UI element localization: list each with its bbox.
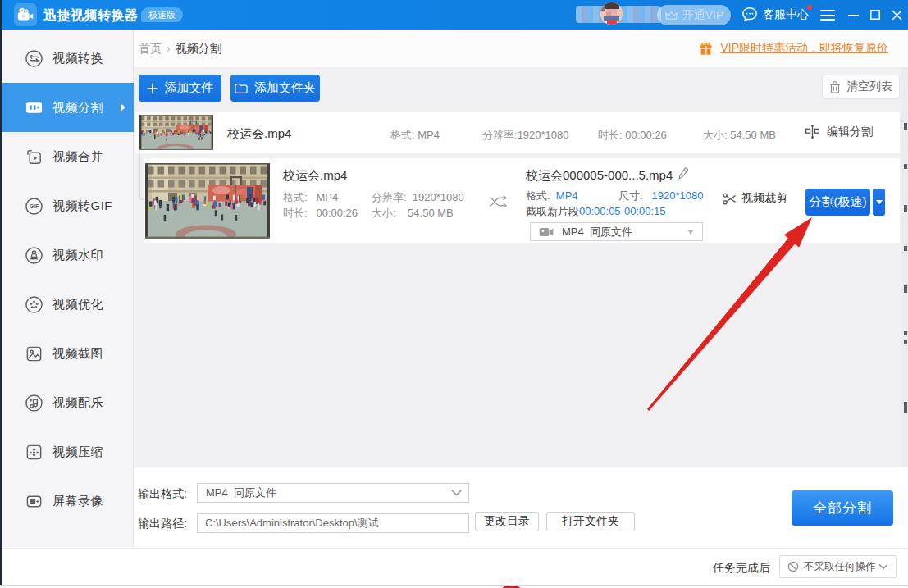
task-action-select[interactable]: 不采取任何操作 [779, 555, 897, 578]
menu-icon[interactable] [820, 10, 835, 21]
global-format-value: MP4 同原文件 [206, 485, 276, 500]
vip-promo-link[interactable]: VIP限时特惠活动，即将恢复原价 [699, 41, 888, 56]
add-file-button[interactable]: 添加文件 [139, 75, 221, 102]
music-icon [25, 394, 43, 413]
open-folder-button[interactable]: 打开文件夹 [546, 512, 635, 531]
source-file-name: 校运会.mp4 [283, 168, 347, 184]
sidebar-item-snapshot[interactable]: 视频截图 [2, 329, 134, 378]
edit-split-icon [805, 124, 819, 139]
sidebar-item-label: 视频水印 [52, 248, 103, 263]
size-label: 大小: [703, 129, 728, 141]
edit-split-button[interactable]: 编辑分割 [805, 124, 873, 139]
split-task-row: 校运会.mp4 格式: MP4 分辨率: 1920*1080 时长: 00:00… [144, 158, 900, 243]
close-button[interactable] [884, 0, 908, 30]
breadcrumb-separator: › [162, 42, 176, 55]
dropdown-arrow-icon [876, 200, 883, 204]
sidebar-item-label: 屏幕录像 [52, 494, 103, 509]
duration-value: 00:00:26 [625, 129, 667, 141]
output-format-select[interactable]: MP4 同原文件 [530, 222, 703, 241]
duration-value: 00:00:26 [316, 207, 358, 219]
file-format: 格式: MP4 [390, 128, 440, 143]
sidebar-item-label: 视频合并 [52, 149, 103, 165]
output-file-name: 校运会000005-000...5.mp4 [526, 168, 673, 184]
split-fast-button[interactable]: 分割(极速) [805, 189, 870, 216]
output-path-input[interactable]: C:\Users\Administrator\Desktop\测试 [197, 513, 469, 533]
size-label: 大小: [372, 207, 396, 219]
sidebar-item-record[interactable]: 屏幕录像 [2, 476, 134, 526]
plus-icon [147, 83, 158, 94]
task-action-value: 不采取任何操作 [804, 560, 876, 574]
output-dimension: 尺寸: 1920*1080 [618, 189, 703, 203]
sidebar-item-split[interactable]: 视频分割 [2, 83, 134, 132]
minimize-button[interactable] [841, 0, 865, 30]
open-vip-button[interactable]: 开通VIP [657, 5, 731, 25]
vip-promo-text[interactable]: VIP限时特惠活动，即将恢复原价 [720, 41, 888, 56]
edge-strip [901, 67, 908, 467]
close-icon [892, 10, 902, 21]
split-all-button[interactable]: 全部分割 [792, 490, 893, 526]
convert-icon [25, 49, 43, 68]
segment-value: 00:00:05-00:00:15 [579, 205, 666, 217]
dimension-label: 尺寸: [618, 189, 643, 202]
duration-label: 时长: [283, 207, 308, 219]
source-size: 大小: 54.50 MB [372, 206, 454, 221]
file-row[interactable]: 校运会.mp4 格式: MP4 分辨率:1920*1080 时长: 00:00:… [135, 112, 900, 153]
clear-list-button[interactable]: 清空列表 [822, 75, 900, 99]
video-thumbnail-large [145, 163, 270, 239]
sidebar-item-label: 视频转换 [52, 51, 103, 66]
breadcrumb-current: 视频分割 [176, 42, 221, 55]
format-label: 格式: [526, 189, 550, 202]
source-resolution: 分辨率: 1920*1080 [372, 190, 464, 205]
rename-pencil-icon[interactable] [678, 167, 688, 180]
file-list-area: 添加文件 添加文件夹 清空列表 校运会.mp4 格式: MP4 分辨率:1920… [134, 67, 908, 467]
sidebar-item-label: 视频压缩 [52, 444, 103, 460]
resolution-value: 1920*1080 [518, 129, 569, 141]
file-name: 校运会.mp4 [227, 126, 291, 142]
video-crop-label: 视频裁剪 [741, 191, 787, 206]
edit-split-label: 编辑分割 [827, 125, 873, 139]
video-camera-icon [539, 227, 554, 237]
sidebar-item-music[interactable]: 视频配乐 [2, 378, 134, 427]
output-format-label: 输出格式: [138, 487, 187, 502]
size-value: 54.50 MB [408, 207, 454, 219]
add-folder-button[interactable]: 添加文件夹 [230, 75, 320, 102]
sidebar: 视频转换视频分割视频合并GIF视频转GIF视频水印视频优化视频截图视频配乐视频压… [2, 30, 134, 547]
scissors-icon [723, 192, 737, 206]
sidebar-item-compress[interactable]: 视频压缩 [2, 427, 134, 476]
source-format: 格式: MP4 [283, 190, 338, 205]
file-size: 大小: 54.50 MB [703, 128, 776, 143]
sidebar-item-watermark[interactable]: 视频水印 [2, 230, 134, 280]
sidebar-item-label: 视频优化 [52, 297, 103, 312]
minimize-icon [848, 10, 859, 21]
svg-text:GIF: GIF [30, 203, 39, 209]
breadcrumb-bar: 首页›视频分割 VIP限时特惠活动，即将恢复原价 [134, 30, 908, 67]
gift-icon [699, 42, 713, 56]
watermark-icon [25, 246, 43, 265]
video-crop-button[interactable]: 视频裁剪 [723, 191, 787, 206]
split-icon [25, 98, 43, 117]
chevron-down-icon [878, 563, 888, 570]
file-duration: 时长: 00:00:26 [598, 128, 667, 143]
notification-dot [807, 5, 812, 10]
sidebar-item-convert[interactable]: 视频转换 [2, 34, 134, 83]
change-directory-button[interactable]: 更改目录 [475, 512, 539, 531]
avatar[interactable] [600, 2, 623, 25]
status-bar: 任务完成后 不采取任何操作 [0, 548, 908, 588]
segment-label: 截取新片段 [526, 205, 579, 217]
open-vip-label: 开通VIP [682, 8, 724, 23]
sidebar-item-merge[interactable]: 视频合并 [2, 132, 134, 181]
global-format-select[interactable]: MP4 同原文件 [197, 483, 469, 503]
service-center-button[interactable]: 客服中心 [741, 7, 809, 22]
split-options-button[interactable] [873, 189, 885, 216]
optimize-icon [25, 295, 43, 314]
output-segment: 截取新片段00:00:05-00:00:15 [526, 204, 666, 219]
output-path-label: 输出路径: [138, 517, 187, 531]
record-icon [25, 492, 43, 511]
active-item-arrow-icon [121, 103, 125, 112]
breadcrumb-home[interactable]: 首页 [139, 42, 162, 55]
gif-icon: GIF [25, 197, 43, 216]
sidebar-item-gif[interactable]: GIF视频转GIF [2, 181, 134, 230]
resolution-label: 分辨率: [372, 191, 407, 203]
output-panel: 输出格式: MP4 同原文件 输出路径: C:\Users\Administra… [134, 467, 908, 548]
sidebar-item-optimize[interactable]: 视频优化 [2, 280, 134, 329]
